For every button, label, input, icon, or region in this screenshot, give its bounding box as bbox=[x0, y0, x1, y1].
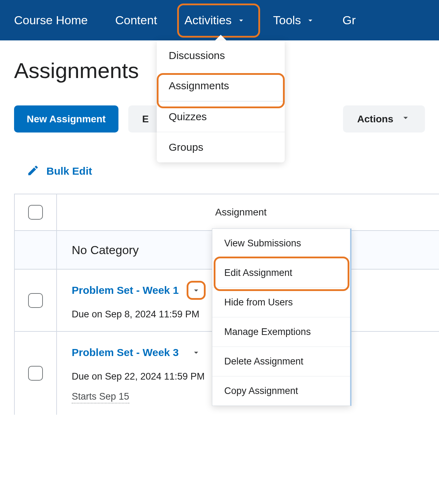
assignment-start-date: Starts Sep 15 bbox=[72, 391, 129, 403]
nav-course-home[interactable]: Course Home bbox=[14, 13, 88, 27]
dropdown-item-label: Groups bbox=[169, 141, 203, 153]
top-nav: Course Home Content Activities Tools Gr bbox=[0, 0, 439, 40]
menu-item-label: View Submissions bbox=[224, 238, 301, 248]
link-label: Bulk Edit bbox=[46, 165, 92, 177]
context-copy-assignment[interactable]: Copy Assignment bbox=[212, 376, 350, 406]
bulk-edit-link[interactable]: Bulk Edit bbox=[46, 165, 92, 177]
dropdown-item-label: Assignments bbox=[169, 80, 229, 91]
button-label: E bbox=[142, 114, 149, 125]
nav-content[interactable]: Content bbox=[115, 13, 157, 27]
empty-check-cell bbox=[15, 231, 57, 269]
dropdown-item-label: Discussions bbox=[169, 50, 225, 61]
category-label: No Category bbox=[57, 243, 139, 257]
context-delete-assignment[interactable]: Delete Assignment bbox=[212, 347, 350, 376]
assignment-title-text: Problem Set - Week 1 bbox=[72, 284, 179, 296]
select-all-checkbox[interactable] bbox=[28, 205, 43, 220]
edit-icon bbox=[27, 164, 39, 178]
row-checkbox[interactable] bbox=[28, 366, 43, 381]
assignment-link[interactable]: Problem Set - Week 3 bbox=[72, 347, 179, 358]
new-assignment-button[interactable]: New Assignment bbox=[14, 105, 118, 133]
chevron-down-icon bbox=[191, 348, 201, 357]
button-label: New Assignment bbox=[27, 114, 106, 124]
dropdown-item-discussions[interactable]: Discussions bbox=[157, 40, 285, 71]
chevron-down-icon bbox=[306, 16, 315, 25]
nav-activities-label: Activities bbox=[185, 13, 232, 27]
select-all-cell bbox=[15, 194, 57, 230]
table-header-row: Assignment bbox=[15, 194, 439, 231]
menu-item-label: Hide from Users bbox=[224, 297, 293, 308]
nav-tools[interactable]: Tools bbox=[273, 13, 315, 27]
assignment-actions-chevron[interactable] bbox=[187, 281, 206, 300]
nav-course-home-label: Course Home bbox=[14, 13, 88, 27]
row-check-cell bbox=[15, 332, 57, 415]
assignment-context-menu: View Submissions Edit Assignment Hide fr… bbox=[212, 228, 351, 406]
context-view-submissions[interactable]: View Submissions bbox=[212, 229, 350, 258]
assignment-title-text: Problem Set - Week 3 bbox=[72, 347, 179, 358]
context-hide-from-users[interactable]: Hide from Users bbox=[212, 288, 350, 317]
row-check-cell bbox=[15, 270, 57, 331]
chevron-down-icon bbox=[400, 112, 411, 125]
nav-grades-label: Gr bbox=[342, 13, 356, 27]
context-edit-assignment[interactable]: Edit Assignment bbox=[212, 258, 350, 288]
menu-item-label: Edit Assignment bbox=[224, 267, 292, 278]
dropdown-item-assignments[interactable]: Assignments bbox=[157, 71, 285, 101]
chevron-down-icon bbox=[237, 16, 246, 25]
menu-item-label: Copy Assignment bbox=[224, 386, 298, 396]
nav-grades-partial[interactable]: Gr bbox=[342, 13, 356, 27]
row-checkbox[interactable] bbox=[28, 293, 43, 308]
nav-content-label: Content bbox=[115, 13, 157, 27]
menu-item-label: Manage Exemptions bbox=[224, 327, 311, 337]
nav-tools-label: Tools bbox=[273, 13, 301, 27]
dropdown-item-groups[interactable]: Groups bbox=[157, 132, 285, 162]
assignment-actions-chevron[interactable] bbox=[187, 343, 206, 362]
more-actions-button[interactable]: Actions bbox=[343, 105, 425, 133]
menu-item-label: Delete Assignment bbox=[224, 356, 303, 367]
context-manage-exemptions[interactable]: Manage Exemptions bbox=[212, 317, 350, 347]
dropdown-arrow-indicator bbox=[215, 35, 226, 40]
column-header-assignment: Assignment bbox=[57, 207, 439, 218]
button-label: Actions bbox=[357, 114, 393, 125]
chevron-down-icon bbox=[191, 285, 201, 295]
dropdown-item-label: Quizzes bbox=[169, 111, 207, 122]
dropdown-item-quizzes[interactable]: Quizzes bbox=[157, 101, 285, 132]
activities-dropdown: Discussions Assignments Quizzes Groups bbox=[157, 40, 285, 162]
nav-activities[interactable]: Activities bbox=[185, 13, 246, 27]
assignment-link[interactable]: Problem Set - Week 1 bbox=[72, 284, 179, 296]
